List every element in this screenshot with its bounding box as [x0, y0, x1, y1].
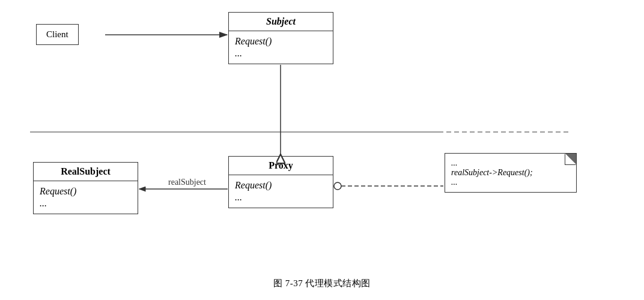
caption: 图 7-37 代理模式结构图 — [273, 278, 371, 289]
subject-body: Request() ... — [229, 31, 333, 64]
note-line3: ... — [451, 178, 570, 187]
realsubject-arrow-label: realSubject — [168, 178, 206, 187]
proxy-box: Proxy Request() ... — [228, 156, 333, 208]
client-box: Client — [36, 24, 79, 45]
realsubject-ellipsis: ... — [40, 198, 132, 209]
realsubject-box: RealSubject Request() ... — [33, 162, 138, 214]
note-box: ... realSubject->Request(); ... — [445, 153, 577, 193]
note-line1: ... — [451, 158, 570, 168]
diagram: Client Subject Request() ... RealSubject… — [0, 0, 644, 300]
realsubject-method: Request() — [40, 186, 132, 197]
realsubject-header: RealSubject — [34, 163, 138, 181]
proxy-lollipop-circle — [334, 182, 341, 190]
proxy-method: Request() — [235, 180, 327, 191]
proxy-ellipsis: ... — [235, 192, 327, 203]
realsubject-body: Request() ... — [34, 181, 138, 214]
subject-box: Subject Request() ... — [228, 12, 333, 64]
note-line2: realSubject->Request(); — [451, 168, 570, 178]
subject-method: Request() — [235, 36, 327, 47]
proxy-header: Proxy — [229, 157, 333, 175]
proxy-body: Request() ... — [229, 175, 333, 208]
subject-ellipsis: ... — [235, 48, 327, 59]
subject-header: Subject — [229, 13, 333, 31]
client-label: Client — [46, 29, 68, 39]
